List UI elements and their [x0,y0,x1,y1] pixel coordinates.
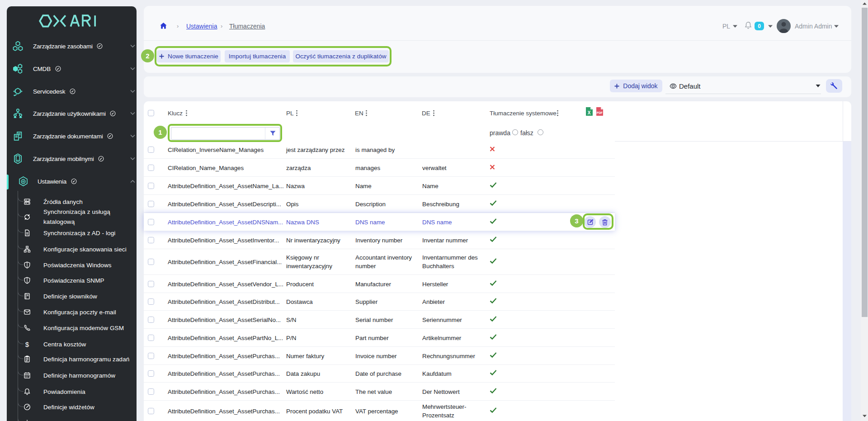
svg-text:X: X [588,110,591,115]
svg-text:PDF: PDF [597,111,603,114]
